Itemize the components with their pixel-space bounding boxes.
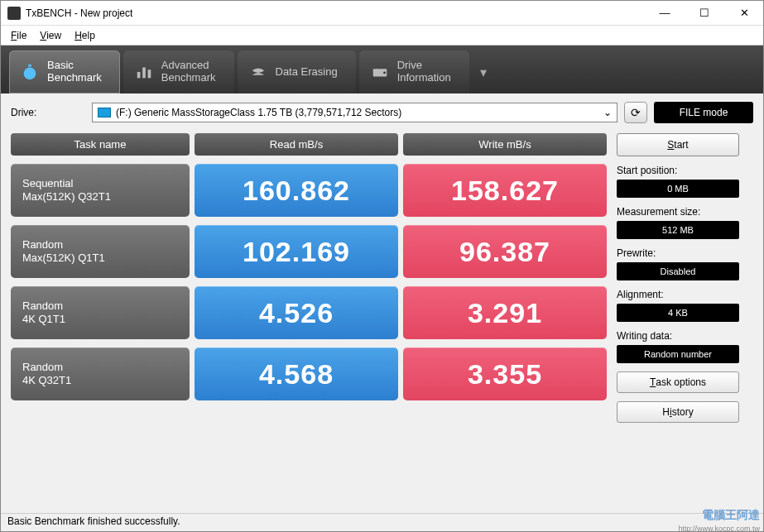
watermark: 電腦王阿達 xyxy=(702,508,760,523)
write-value: 3.355 xyxy=(403,347,607,400)
read-value: 4.526 xyxy=(195,286,398,339)
tab-data-erasing[interactable]: Data Erasing xyxy=(238,50,356,93)
drive-select[interactable]: (F:) Generic MassStorageClass 1.75 TB (3… xyxy=(92,103,617,122)
window-title: TxBENCH - New project xyxy=(26,7,132,19)
task-name-cell: RandomMax(512K) Q1T1 xyxy=(11,225,190,278)
drive-icon xyxy=(371,63,389,81)
refresh-button[interactable]: ⟳ xyxy=(624,102,647,123)
svg-rect-2 xyxy=(137,72,141,78)
read-value: 102.169 xyxy=(195,225,398,278)
measurement-size-value[interactable]: 512 MB xyxy=(617,221,739,239)
minimize-button[interactable]: — xyxy=(652,5,677,22)
start-position-value[interactable]: 0 MB xyxy=(617,180,739,198)
alignment-label: Alignment: xyxy=(617,289,739,300)
tab-overflow-button[interactable]: ▾ xyxy=(473,50,494,93)
stopwatch-icon xyxy=(21,63,39,81)
maximize-button[interactable]: ☐ xyxy=(692,5,717,22)
read-value: 4.568 xyxy=(195,347,398,400)
alignment-value[interactable]: 4 KB xyxy=(617,304,739,322)
tab-drive-information[interactable]: DriveInformation xyxy=(359,50,469,93)
writing-data-label: Writing data: xyxy=(617,330,739,342)
menu-help[interactable]: Help xyxy=(74,30,95,41)
chevron-down-icon: ⌄ xyxy=(603,107,612,118)
watermark-url: http://www.kocpc.com.tw xyxy=(678,525,760,532)
write-value: 158.627 xyxy=(403,164,607,217)
svg-rect-1 xyxy=(28,65,31,67)
write-value: 3.291 xyxy=(403,286,607,339)
table-row: SequentialMax(512K) Q32T1 160.862 158.62… xyxy=(11,164,607,217)
table-row: Random4K Q32T1 4.568 3.355 xyxy=(11,347,607,400)
start-position-label: Start position: xyxy=(617,165,739,176)
table-row: Random4K Q1T1 4.526 3.291 xyxy=(11,286,607,339)
task-name-cell: Random4K Q32T1 xyxy=(11,347,190,400)
tab-basic-benchmark[interactable]: BasicBenchmark xyxy=(9,50,120,93)
drive-label: Drive: xyxy=(11,107,85,118)
header-task: Task name xyxy=(11,133,190,156)
writing-data-value[interactable]: Random number xyxy=(617,345,739,363)
header-read: Read mB/s xyxy=(195,133,398,156)
close-button[interactable]: ✕ xyxy=(732,5,757,22)
read-value: 160.862 xyxy=(195,164,398,217)
tab-bar: BasicBenchmark AdvancedBenchmark Data Er… xyxy=(1,46,763,93)
start-button[interactable]: Start xyxy=(617,133,739,156)
header-write: Write mB/s xyxy=(403,133,607,156)
drive-bar: Drive: (F:) Generic MassStorageClass 1.7… xyxy=(1,93,763,127)
tab-advanced-benchmark[interactable]: AdvancedBenchmark xyxy=(123,50,234,93)
menu-file[interactable]: File xyxy=(11,30,26,41)
history-button[interactable]: History xyxy=(617,401,739,423)
prewrite-value[interactable]: Disabled xyxy=(617,262,739,280)
drive-device-icon xyxy=(98,108,111,117)
write-value: 96.387 xyxy=(403,225,607,278)
app-icon xyxy=(7,7,21,20)
prewrite-label: Prewrite: xyxy=(617,247,739,259)
table-row: RandomMax(512K) Q1T1 102.169 96.387 xyxy=(11,225,607,278)
erase-icon xyxy=(249,63,267,81)
file-mode-button[interactable]: FILE mode xyxy=(654,102,753,123)
task-name-cell: Random4K Q1T1 xyxy=(11,286,190,339)
svg-point-6 xyxy=(383,72,386,74)
menu-view[interactable]: View xyxy=(40,30,61,41)
task-name-cell: SequentialMax(512K) Q32T1 xyxy=(11,164,190,217)
task-options-button[interactable]: Task options xyxy=(617,371,739,393)
results-table: Task name Read mB/s Write mB/s Sequentia… xyxy=(11,133,607,423)
title-bar: TxBENCH - New project — ☐ ✕ xyxy=(1,1,763,26)
sidebar: Start Start position: 0 MB Measurement s… xyxy=(617,133,739,423)
menu-bar: File View Help xyxy=(1,26,763,46)
status-bar: Basic Benchmark finished successfully. xyxy=(1,513,763,531)
measurement-size-label: Measurement size: xyxy=(617,206,739,218)
bars-icon xyxy=(135,63,153,81)
refresh-icon: ⟳ xyxy=(631,106,641,119)
svg-rect-4 xyxy=(147,69,151,78)
svg-point-0 xyxy=(24,68,36,80)
svg-rect-3 xyxy=(142,68,146,79)
